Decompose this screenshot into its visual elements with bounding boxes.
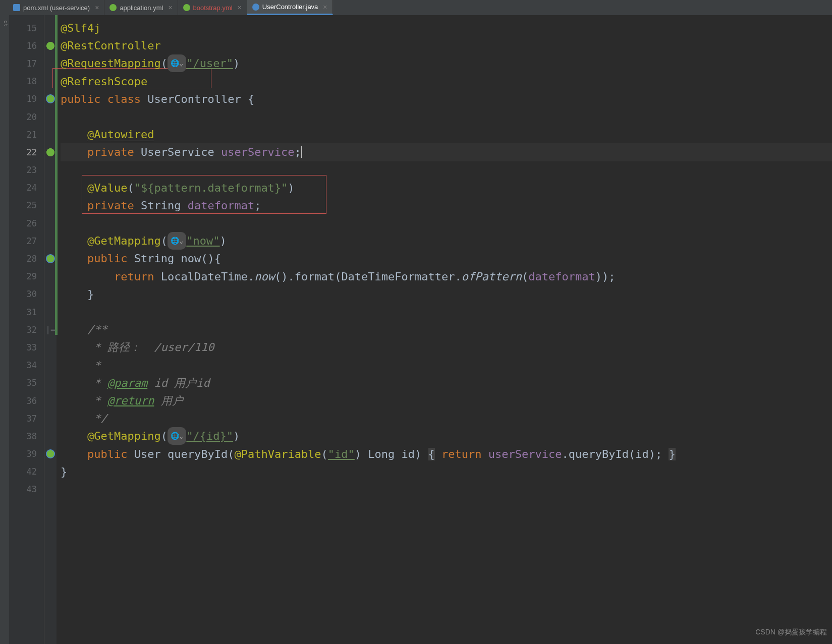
url-mapping-icon[interactable]: 🌐⌄ [168, 427, 186, 445]
close-icon[interactable]: × [95, 4, 99, 12]
annotation: @GetMapping [87, 430, 161, 442]
field: dateformat [188, 199, 254, 212]
line-number: 20 [27, 112, 37, 122]
type: LocalDateTime [161, 270, 248, 283]
comment: 用户 [161, 394, 183, 407]
line-number: 30 [27, 289, 37, 299]
spring-bean-icon[interactable] [46, 41, 55, 50]
doc-tag: @param [107, 377, 147, 389]
code-area[interactable]: @Slf4j @RestController @RequestMapping(🌐… [57, 15, 832, 644]
method-name: now [181, 252, 201, 265]
field: userService [488, 448, 562, 460]
line-number: 17 [27, 58, 37, 69]
tool-window-strip[interactable]: ct [0, 15, 9, 644]
close-icon[interactable]: × [323, 3, 327, 11]
tab-label: UserController.java [262, 3, 318, 11]
string-literal: "id" [328, 448, 355, 460]
line-gutter[interactable]: 15 16 17 18 19 20 21 22 23 24 25 26 27 2… [9, 15, 44, 644]
tab-label: bootstrap.yml [193, 4, 233, 12]
strip-label: ct [3, 20, 9, 27]
tab-pom[interactable]: pom.xml (user-service) × [8, 0, 104, 15]
spring-web-icon[interactable] [46, 449, 55, 458]
comment: /** [87, 323, 107, 336]
method-call: queryById [569, 448, 629, 460]
spring-icon [109, 4, 117, 11]
line-number: 31 [27, 307, 37, 317]
close-icon[interactable]: × [238, 4, 242, 12]
keyword: private [87, 146, 134, 158]
spring-icon [183, 4, 190, 11]
keyword: return [441, 448, 481, 460]
vcs-change-marker [55, 15, 58, 335]
tab-usercontroller[interactable]: UserController.java × [247, 0, 333, 15]
spring-web-icon[interactable] [46, 254, 55, 263]
semicolon: ; [295, 146, 301, 158]
watermark: CSDN @捣蛋孩学编程 [755, 623, 827, 641]
doc-param: id [154, 377, 168, 389]
line-number: 37 [27, 414, 37, 424]
keyword: return [114, 270, 154, 283]
string-literal: "now" [186, 235, 219, 247]
brace: { [248, 93, 254, 105]
comment: 用户id [174, 377, 210, 389]
brace: } [87, 288, 94, 301]
line-number: 39 [27, 449, 37, 459]
annotation: @Value [87, 182, 127, 194]
line-number: 43 [27, 484, 37, 494]
line-number: 38 [27, 431, 37, 441]
comment: * [87, 377, 107, 389]
editor: ct 15 16 17 18 19 20 21 22 23 24 25 26 2… [0, 15, 832, 644]
annotation: @RequestMapping [61, 57, 161, 70]
close-icon[interactable]: × [168, 4, 172, 12]
string-literal: "${pattern.dateformat}" [134, 182, 288, 194]
param: id [402, 448, 415, 460]
line-number: 27 [27, 236, 37, 246]
tab-bootstrap-yml[interactable]: bootstrap.yml × [178, 0, 247, 15]
line-number: 35 [27, 378, 37, 388]
brace: } [61, 465, 67, 478]
keyword: public [61, 93, 100, 105]
spring-autowired-icon[interactable] [46, 148, 55, 157]
type: DateTimeFormatter [341, 270, 455, 283]
maven-icon [13, 4, 20, 11]
url-mapping-icon[interactable]: 🌐⌄ [168, 54, 186, 72]
string-literal: "/{id}" [186, 430, 233, 442]
annotation: @RestController [61, 39, 161, 52]
tab-label: pom.xml (user-service) [23, 4, 90, 12]
type: UserService [141, 146, 214, 158]
tab-application-yml[interactable]: application.yml × [104, 0, 178, 15]
line-number-current: 22 [27, 147, 37, 157]
annotation: @RefreshScope [61, 75, 147, 88]
line-number: 16 [27, 41, 37, 51]
keyword: class [107, 93, 141, 105]
annotation: @Autowired [87, 128, 154, 141]
line-number: 23 [27, 165, 37, 175]
comment: * [87, 359, 101, 372]
annotation: @PathVariable [234, 448, 321, 460]
keyword: public [87, 252, 127, 265]
line-number: 21 [27, 130, 37, 140]
url-mapping-icon[interactable]: 🌐⌄ [168, 232, 186, 250]
line-number: 15 [27, 23, 37, 33]
annotation: @GetMapping [87, 235, 161, 247]
line-number: 33 [27, 342, 37, 353]
editor-tabs: pom.xml (user-service) × application.yml… [0, 0, 832, 15]
class-name: UserController [147, 93, 241, 105]
method-name: queryById [168, 448, 228, 460]
method-call: ofPattern [462, 270, 522, 283]
field: userService [221, 146, 295, 158]
annotation: @Slf4j [61, 22, 100, 34]
spring-web-icon[interactable] [46, 94, 55, 103]
comment: * [87, 341, 107, 354]
line-number: 36 [27, 396, 37, 406]
doc-tag: @return [107, 394, 154, 407]
type: String [134, 252, 174, 265]
cursor [301, 146, 302, 158]
method-call: now [254, 270, 274, 283]
line-number: 19 [27, 94, 37, 104]
param: id [635, 448, 649, 460]
field: dateformat [528, 270, 595, 283]
line-number: 25 [27, 200, 37, 210]
type: User [134, 448, 161, 460]
keyword: public [87, 448, 127, 460]
